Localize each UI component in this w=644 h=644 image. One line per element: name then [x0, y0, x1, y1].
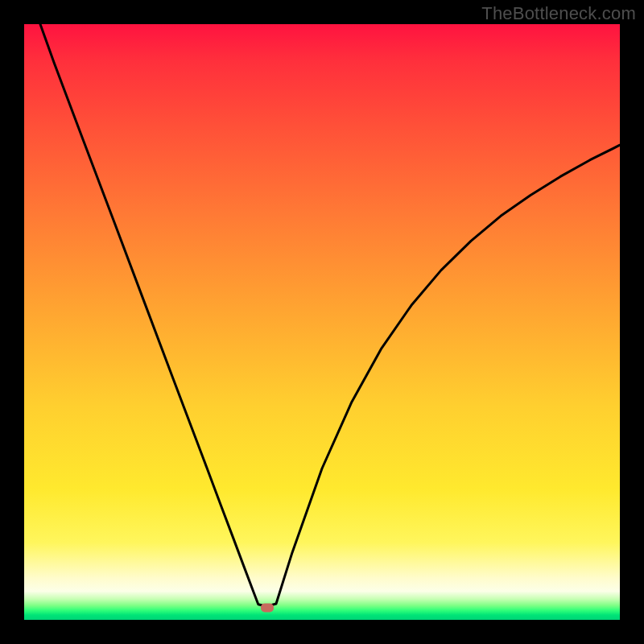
watermark-text: TheBottleneck.com: [481, 3, 636, 24]
bottleneck-curve: [24, 24, 620, 620]
optimal-point-marker: [261, 604, 274, 613]
chart-frame: TheBottleneck.com: [0, 0, 644, 644]
plot-area: [24, 24, 620, 620]
